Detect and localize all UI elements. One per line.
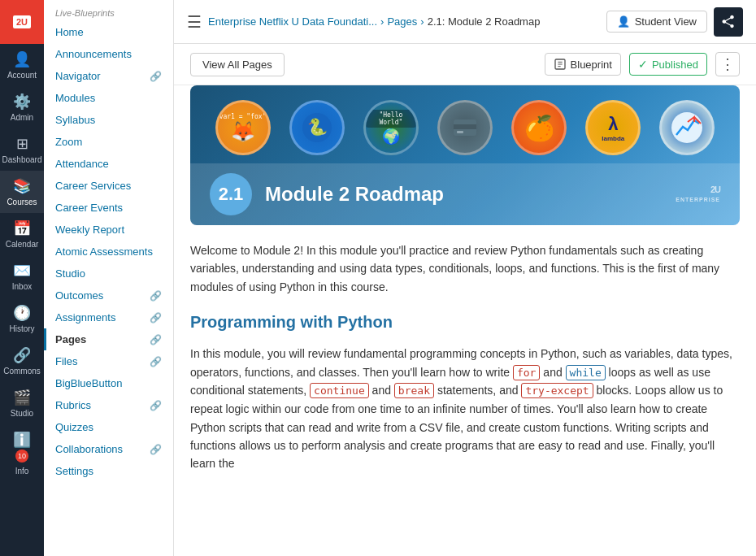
sidebar-item-pages[interactable]: Pages 🔗: [44, 328, 173, 350]
sidebar-item-home[interactable]: Home: [44, 21, 173, 43]
sidebar-item-collaborations[interactable]: Collaborations 🔗: [44, 438, 173, 460]
sidebar-label-weekly-report: Weekly Report: [55, 224, 124, 236]
nav-label-dashboard: Dashboard: [2, 155, 42, 164]
sidebar-label-assignments: Assignments: [55, 311, 115, 324]
student-view-icon: 👤: [617, 15, 630, 28]
published-status: ✓ Published: [629, 53, 707, 76]
breadcrumb-course[interactable]: Enterprise Netflix U Data Foundati...: [208, 15, 377, 28]
nav-item-courses[interactable]: 📚 Courses: [0, 171, 44, 213]
hero-icon-chart: [659, 100, 715, 155]
sidebar-item-syllabus[interactable]: Syllabus: [44, 109, 173, 131]
sidebar-item-bigbluebutton[interactable]: BigBlueButton: [44, 372, 173, 394]
svg-point-9: [671, 112, 702, 143]
module-number: 2.1: [219, 184, 244, 205]
sidebar-label-attendance: Attendance: [55, 158, 109, 170]
admin-icon: ⚙️: [13, 93, 31, 111]
nav-item-calendar[interactable]: 📅 Calendar: [0, 213, 44, 255]
blueprint-button[interactable]: Blueprint: [545, 53, 621, 76]
hero-logo: 2U ENTERPRISE: [676, 185, 720, 203]
account-icon: 👤: [13, 50, 31, 68]
nav-label-history: History: [9, 324, 34, 333]
outcomes-link-icon: 🔗: [150, 290, 162, 302]
sidebar-item-outcomes[interactable]: Outcomes 🔗: [44, 285, 173, 306]
sidebar-label-pages: Pages: [55, 333, 86, 345]
topbar: ☰ Enterprise Netflix U Data Foundati... …: [174, 0, 756, 44]
pages-toolbar: View All Pages Blueprint ✓ Published ⋮: [174, 44, 756, 85]
sidebar-item-announcements[interactable]: Announcements: [44, 43, 173, 65]
code-break: break: [394, 383, 434, 398]
svg-rect-7: [454, 124, 476, 129]
sidebar-item-attendance[interactable]: Attendance: [44, 153, 173, 175]
sidebar-label-announcements: Announcements: [55, 48, 132, 60]
nav-item-admin[interactable]: ⚙️ Admin: [0, 86, 44, 128]
info-icon: ℹ️: [13, 431, 31, 449]
files-link-icon: 🔗: [150, 356, 162, 367]
sidebar-item-rubrics[interactable]: Rubrics 🔗: [44, 394, 173, 416]
sidebar-item-assignments[interactable]: Assignments 🔗: [44, 306, 173, 328]
rubrics-link-icon: 🔗: [150, 400, 162, 411]
history-icon: 🕐: [13, 304, 31, 322]
sidebar-item-quizzes[interactable]: Quizzes: [44, 416, 173, 438]
sidebar-label-modules: Modules: [55, 92, 95, 104]
svg-rect-8: [457, 131, 463, 133]
nav-label-inbox: Inbox: [12, 282, 32, 291]
sidebar-label-quizzes: Quizzes: [55, 421, 93, 433]
sidebar-label-files: Files: [55, 355, 77, 367]
breadcrumb: Enterprise Netflix U Data Foundati... › …: [208, 15, 540, 28]
nav-item-account[interactable]: 👤 Account: [0, 44, 44, 86]
nav-item-info[interactable]: ℹ️ 10 Info: [0, 424, 44, 482]
code-for: for: [513, 365, 540, 380]
sidebar-label-collaborations: Collaborations: [55, 443, 123, 455]
section-title: Programming with Python: [190, 309, 740, 335]
nav-label-info: Info: [15, 467, 29, 476]
hamburger-icon[interactable]: ☰: [187, 12, 202, 32]
nav-item-history[interactable]: 🕐 History: [0, 298, 44, 340]
sidebar-item-settings[interactable]: Settings: [44, 460, 173, 482]
sidebar-label-career-services: Career Services: [55, 180, 131, 192]
sidebar-item-weekly-report[interactable]: Weekly Report: [44, 219, 173, 241]
sidebar-label-rubrics: Rubrics: [55, 399, 91, 411]
sidebar-section-label: Live-Blueprints: [44, 0, 173, 21]
more-options-button[interactable]: ⋮: [715, 52, 740, 76]
sidebar-item-career-events[interactable]: Career Events: [44, 197, 173, 219]
section-body: In this module, you will review fundamen…: [190, 345, 740, 473]
published-label: Published: [652, 59, 698, 71]
sidebar-item-zoom[interactable]: Zoom: [44, 131, 173, 153]
view-all-pages-button[interactable]: View All Pages: [190, 53, 285, 76]
sidebar-label-career-events: Career Events: [55, 202, 123, 214]
hero-icon-variable: var1 = "fox" 🦊: [215, 100, 271, 155]
nav-item-commons[interactable]: 🔗 Commons: [0, 340, 44, 382]
share-icon-button[interactable]: [714, 7, 743, 37]
sidebar-item-navigator[interactable]: Navigator 🔗: [44, 65, 173, 87]
sidebar-item-atomic-assessments[interactable]: Atomic Assessments: [44, 241, 173, 263]
nav-item-studio[interactable]: 🎬 Studio: [0, 382, 44, 424]
sidebar-item-studio[interactable]: Studio: [44, 263, 173, 285]
hero-icon-python: 🐍: [289, 100, 345, 155]
calendar-icon: 📅: [13, 219, 31, 237]
sidebar-label-zoom: Zoom: [55, 136, 82, 148]
breadcrumb-sep1: ›: [380, 15, 384, 28]
student-view-button[interactable]: 👤 Student View: [606, 11, 707, 33]
navigator-link-icon: 🔗: [150, 71, 162, 82]
hero-icon-hello-world: "Hello World" 🌍: [363, 100, 419, 155]
code-while: while: [566, 365, 606, 380]
published-check-icon: ✓: [638, 58, 648, 71]
page-content: var1 = "fox" 🦊 🐍 "Hello: [174, 85, 756, 502]
sidebar-label-settings: Settings: [55, 465, 93, 477]
pages-link-icon: 🔗: [150, 334, 162, 345]
nav-label-admin: Admin: [11, 113, 33, 122]
breadcrumb-pages[interactable]: Pages: [387, 15, 417, 28]
sidebar-item-modules[interactable]: Modules: [44, 87, 173, 109]
module-title: Module 2 Roadmap: [265, 183, 444, 206]
intro-paragraph: Welcome to Module 2! In this module you'…: [190, 241, 740, 296]
sidebar-item-career-services[interactable]: Career Services: [44, 175, 173, 197]
courses-icon: 📚: [13, 177, 31, 195]
sidebar: Live-Blueprints Home Announcements Navig…: [44, 0, 174, 556]
app-logo[interactable]: 2U: [0, 0, 44, 44]
sidebar-label-syllabus: Syllabus: [55, 114, 95, 126]
sidebar-item-files[interactable]: Files 🔗: [44, 350, 173, 372]
nav-item-dashboard[interactable]: ⊞ Dashboard: [0, 128, 44, 171]
blueprint-label: Blueprint: [571, 59, 612, 71]
nav-item-inbox[interactable]: ✉️ Inbox: [0, 255, 44, 298]
hero-icon-card: [437, 100, 493, 155]
